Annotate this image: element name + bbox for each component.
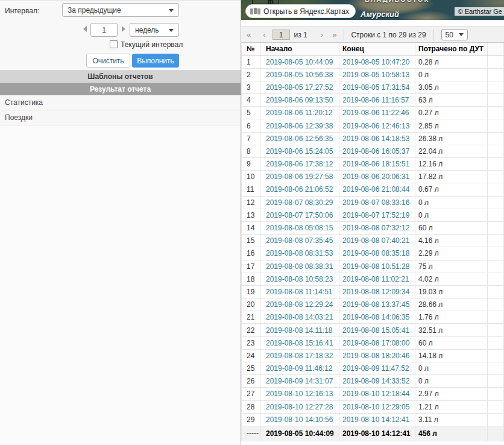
trip-end-link[interactable]: 2019-08-09 14:33:52 — [342, 377, 409, 385]
open-in-yandex-maps-link[interactable]: Открыть в Яндекс.Картах — [245, 4, 356, 18]
trip-end-link[interactable]: 2019-08-08 17:08:00 — [342, 339, 409, 347]
trip-end-link[interactable]: 2019-08-10 12:29:05 — [342, 403, 409, 411]
trip-start-link[interactable]: 2019-08-07 08:30:29 — [266, 198, 333, 207]
table-row: 25 2019-08-09 11:46:12 2019-08-09 11:47:… — [242, 362, 504, 375]
interval-type-select[interactable]: За предыдущие — [62, 3, 179, 17]
trip-end-link[interactable]: 2019-08-06 11:22:46 — [342, 109, 409, 117]
table-row: 21 2019-08-08 14:03:21 2019-08-08 14:06:… — [242, 311, 504, 324]
trip-start-link[interactable]: 2019-08-05 10:56:38 — [266, 71, 333, 79]
trip-end-link[interactable]: 2019-08-08 07:32:12 — [342, 224, 409, 232]
trip-start-link[interactable]: 2019-08-06 12:39:38 — [266, 122, 333, 130]
trip-end-link[interactable]: 2019-08-08 14:06:35 — [342, 313, 409, 321]
trip-start-link[interactable]: 2019-08-08 17:18:32 — [266, 352, 333, 360]
trip-start-link[interactable]: 2019-08-05 10:44:09 — [266, 58, 333, 66]
trip-start-link[interactable]: 2019-08-08 15:16:41 — [266, 339, 333, 347]
table-row: 14 2019-08-08 05:08:15 2019-08-08 07:32:… — [242, 221, 504, 234]
trip-end-link[interactable]: 2019-08-05 10:58:13 — [342, 71, 409, 79]
trip-start-link[interactable]: 2019-08-08 10:58:23 — [266, 275, 333, 283]
trip-end-link[interactable]: 2019-08-08 07:40:21 — [342, 236, 409, 245]
trip-start-link[interactable]: 2019-08-10 12:16:13 — [266, 390, 333, 398]
trip-end-link[interactable]: 2019-08-08 12:09:34 — [342, 288, 409, 296]
trip-start-link[interactable]: 2019-08-09 11:46:12 — [266, 364, 333, 373]
page-number-input[interactable] — [272, 30, 290, 40]
column-header-end[interactable]: Конец — [339, 43, 415, 55]
chevron-down-icon — [169, 9, 174, 12]
current-interval-checkbox[interactable] — [110, 40, 118, 48]
column-header-fuel-dut[interactable]: Потрачено по ДУТ — [415, 43, 488, 55]
report-templates-section-header[interactable]: Шаблоны отчетов — [0, 71, 241, 83]
row-number: 18 — [242, 273, 260, 285]
first-page-button[interactable]: « — [247, 31, 251, 39]
row-number: 21 — [242, 311, 260, 324]
trip-start-link[interactable]: 2019-08-06 11:20:12 — [266, 109, 333, 117]
trip-start-link[interactable]: 2019-08-06 09:13:50 — [266, 96, 333, 104]
page-size-select[interactable]: 50 — [441, 29, 468, 40]
trip-end-link[interactable]: 2019-08-06 21:08:44 — [342, 185, 409, 194]
count-increment-arrow-icon[interactable] — [122, 26, 125, 32]
trip-end-link[interactable]: 2019-08-08 11:02:21 — [342, 275, 409, 283]
trip-end-link[interactable]: 2019-08-07 17:52:19 — [342, 211, 409, 219]
column-header-number[interactable]: № — [242, 43, 260, 55]
row-number: 25 — [242, 362, 260, 375]
trip-start-link[interactable]: 2019-08-06 12:56:35 — [266, 134, 333, 143]
row-number: 1 — [242, 55, 260, 68]
column-header-start[interactable]: Начало — [260, 43, 339, 55]
sidebar-item-trips[interactable]: Поездки — [0, 110, 241, 125]
trip-start-link[interactable]: 2019-08-10 14:10:56 — [266, 415, 333, 424]
trip-end-link[interactable]: 2019-08-08 08:35:18 — [342, 249, 409, 257]
prev-page-button[interactable]: ‹ — [263, 31, 265, 39]
trip-end-link[interactable]: 2019-08-09 11:47:52 — [342, 364, 409, 373]
trips-tbody: 1 2019-08-05 10:44:09 2019-08-05 10:47:2… — [242, 55, 504, 426]
trip-start-link[interactable]: 2019-08-07 17:50:06 — [266, 211, 333, 219]
interval-count-input[interactable] — [90, 23, 118, 37]
sidebar-item-statistics[interactable]: Статистика — [0, 95, 241, 110]
trip-start-link[interactable]: 2019-08-08 11:14:51 — [266, 288, 333, 296]
row-filler — [488, 68, 504, 81]
trip-end-link[interactable]: 2019-08-08 18:20:46 — [342, 352, 409, 360]
trip-fuel-value: 60 л — [415, 221, 488, 234]
trip-end-link[interactable]: 2019-08-07 08:33:16 — [342, 198, 409, 207]
trip-end-link[interactable]: 2019-08-06 18:15:51 — [342, 160, 409, 168]
trip-end-link[interactable]: 2019-08-05 17:31:54 — [342, 83, 409, 92]
next-page-button[interactable]: › — [321, 31, 323, 39]
trip-start-link[interactable]: 2019-08-06 17:38:12 — [266, 160, 333, 168]
table-total-row: ----- 2019-08-05 10:44:09 2019-08-10 14:… — [242, 426, 504, 441]
trip-end-link[interactable]: 2019-08-10 12:18:44 — [342, 390, 409, 398]
trip-end-link[interactable]: 2019-08-06 20:06:31 — [342, 172, 409, 181]
trip-start-link[interactable]: 2019-08-06 21:06:52 — [266, 185, 333, 194]
last-page-button[interactable]: » — [332, 31, 336, 39]
trip-start-link[interactable]: 2019-08-08 14:03:21 — [266, 313, 333, 321]
row-filler — [488, 413, 504, 426]
trip-end-link[interactable]: 2019-08-08 13:37:45 — [342, 300, 409, 309]
row-number: 8 — [242, 145, 260, 157]
trip-start-link[interactable]: 2019-08-08 14:11:18 — [266, 326, 333, 335]
report-result-section-header[interactable]: Результат отчета — [0, 83, 241, 95]
count-decrement-arrow-icon[interactable] — [83, 26, 87, 32]
trip-end-link[interactable]: 2019-08-06 14:18:53 — [342, 134, 409, 143]
trip-start-link[interactable]: 2019-08-10 12:27:28 — [266, 403, 333, 411]
trip-start-link[interactable]: 2019-08-09 14:31:07 — [266, 377, 333, 385]
trip-start-link[interactable]: 2019-08-06 15:24:05 — [266, 147, 333, 156]
trip-end-link[interactable]: 2019-08-06 12:46:13 — [342, 122, 409, 130]
trip-start-link[interactable]: 2019-08-05 17:27:52 — [266, 83, 333, 92]
trip-start-link[interactable]: 2019-08-08 12:29:24 — [266, 300, 333, 309]
trip-start-link[interactable]: 2019-08-08 08:38:31 — [266, 262, 333, 271]
trip-start-link[interactable]: 2019-08-06 19:27:58 — [266, 172, 333, 181]
trip-end-link[interactable]: 2019-08-05 10:47:20 — [342, 58, 409, 66]
table-row: 23 2019-08-08 15:16:41 2019-08-08 17:08:… — [242, 336, 504, 349]
row-filler — [488, 324, 504, 336]
trip-start-link[interactable]: 2019-08-08 07:35:45 — [266, 236, 333, 245]
trip-end-link[interactable]: 2019-08-06 16:05:37 — [342, 147, 409, 156]
row-filler — [488, 336, 504, 349]
trip-end-link[interactable]: 2019-08-08 10:51:28 — [342, 262, 409, 271]
trip-end-link[interactable]: 2019-08-08 15:05:41 — [342, 326, 409, 335]
trip-start-link[interactable]: 2019-08-08 08:31:53 — [266, 249, 333, 257]
table-row: 6 2019-08-06 12:39:38 2019-08-06 12:46:1… — [242, 119, 504, 132]
interval-unit-select[interactable]: недель — [130, 23, 179, 37]
map-strip[interactable]: m Открыть в Яндекс.Картах ВЛАДИВОСТОК Ам… — [241, 0, 504, 20]
trip-start-link[interactable]: 2019-08-08 05:08:15 — [266, 224, 333, 232]
clear-button[interactable]: Очистить — [86, 54, 130, 68]
trip-end-link[interactable]: 2019-08-10 14:12:41 — [342, 415, 409, 424]
trip-end-link[interactable]: 2019-08-06 11:16:57 — [342, 96, 409, 104]
execute-button[interactable]: Выполнить — [132, 54, 179, 68]
